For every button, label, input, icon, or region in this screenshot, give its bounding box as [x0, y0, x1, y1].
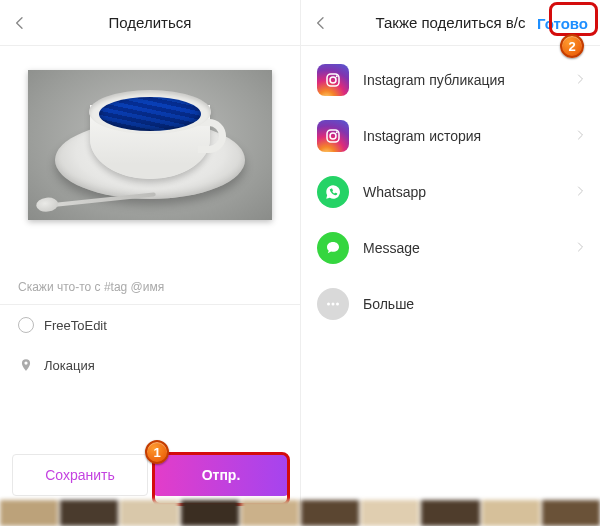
chevron-right-icon [574, 184, 586, 200]
send-button[interactable]: Отпр. [154, 454, 288, 496]
share-item-more[interactable]: Больше [301, 276, 600, 332]
share-item-message[interactable]: Message [301, 220, 600, 276]
svg-point-1 [330, 77, 336, 83]
topbar-right: Также поделиться в/с Готово [301, 0, 600, 46]
message-icon [317, 232, 349, 264]
caption-input[interactable]: Скажи что-то с #tag @имя [0, 250, 300, 305]
page-title: Поделиться [109, 14, 192, 31]
back-button[interactable] [8, 11, 32, 35]
page-title-right: Также поделиться в/с [376, 14, 526, 31]
more-icon [317, 288, 349, 320]
send-label: Отпр. [202, 467, 241, 483]
chevron-left-icon [12, 15, 28, 31]
thumbnail-strip [0, 500, 600, 526]
share-item-instagram-post[interactable]: Instagram публикация [301, 52, 600, 108]
share-destinations-screen: Также поделиться в/с Готово Instagram пу… [300, 0, 600, 510]
chevron-right-icon [574, 128, 586, 144]
share-item-label: Whatsapp [363, 184, 426, 200]
location-row[interactable]: Локация [0, 345, 300, 385]
share-item-label: Instagram история [363, 128, 481, 144]
location-pin-icon [18, 357, 34, 373]
save-label: Сохранить [45, 467, 115, 483]
back-button-right[interactable] [309, 11, 333, 35]
topbar-left: Поделиться [0, 0, 300, 46]
chevron-right-icon [574, 72, 586, 88]
instagram-icon [317, 120, 349, 152]
done-button[interactable]: Готово [531, 10, 594, 35]
image-preview[interactable] [28, 70, 272, 220]
share-item-label: Message [363, 240, 420, 256]
radio-empty-icon [18, 317, 34, 333]
svg-point-5 [336, 131, 338, 133]
svg-point-7 [332, 303, 335, 306]
share-item-label: Instagram публикация [363, 72, 505, 88]
image-preview-wrap [0, 46, 300, 230]
svg-point-4 [330, 133, 336, 139]
free-to-edit-label: FreeToEdit [44, 318, 107, 333]
chevron-right-icon [574, 240, 586, 256]
svg-point-8 [336, 303, 339, 306]
save-button[interactable]: Сохранить [12, 454, 148, 496]
whatsapp-icon [317, 176, 349, 208]
svg-point-2 [336, 75, 338, 77]
free-to-edit-toggle[interactable]: FreeToEdit [0, 305, 300, 345]
share-compose-screen: Поделиться Скажи что-то с #tag @имя Free… [0, 0, 300, 510]
share-item-whatsapp[interactable]: Whatsapp [301, 164, 600, 220]
share-item-label: Больше [363, 296, 414, 312]
share-list: Instagram публикация Instagram история [301, 46, 600, 332]
location-label: Локация [44, 358, 95, 373]
svg-point-6 [327, 303, 330, 306]
share-item-instagram-story[interactable]: Instagram история [301, 108, 600, 164]
instagram-icon [317, 64, 349, 96]
chevron-left-icon [313, 15, 329, 31]
